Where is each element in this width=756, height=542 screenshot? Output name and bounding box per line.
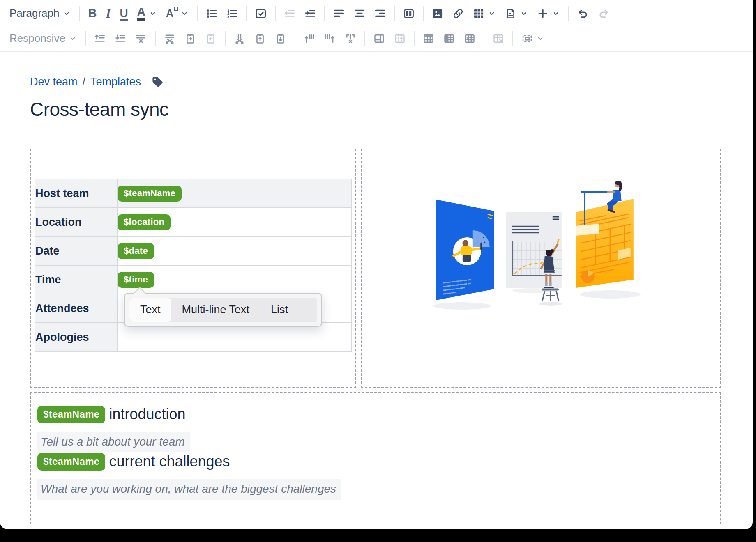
paste-row-button[interactable] — [201, 28, 221, 49]
cut-row-button[interactable] — [159, 28, 180, 49]
shadow — [579, 290, 640, 299]
introduction-heading-text[interactable]: introduction — [109, 405, 185, 423]
insert-table-button[interactable] — [468, 3, 500, 24]
popup-option-multiline-text[interactable]: Multi-line Text — [171, 298, 260, 322]
numbered-list-button[interactable] — [222, 3, 242, 24]
editor-toolbar: ParagraphBIUAA Responsive — [0, 0, 753, 52]
text-color-button[interactable]: A — [133, 3, 161, 24]
delete-column-button[interactable] — [340, 28, 361, 49]
indent-icon — [304, 8, 316, 19]
row-value-cell[interactable]: $teamName — [117, 179, 352, 208]
variable-badge-location[interactable]: $location — [118, 214, 171, 230]
numbered-column-button[interactable] — [459, 28, 480, 49]
task-list-button[interactable] — [251, 3, 271, 24]
variable-badge-time[interactable]: $time — [118, 272, 154, 288]
plus-icon — [537, 8, 549, 19]
underline-button-glyph: U — [120, 8, 128, 19]
row-label-cell[interactable]: Attendees — [35, 294, 117, 323]
layout-section-bottom[interactable]: $teamName introduction Tell us a bit abo… — [30, 392, 721, 524]
insert-row-before-button[interactable] — [90, 28, 110, 49]
row-label-cell[interactable]: Apologies — [35, 323, 117, 351]
row-label-cell[interactable]: Host team — [35, 179, 117, 208]
copy-row-button[interactable] — [180, 28, 201, 49]
row-label-cell[interactable]: Time — [35, 265, 117, 294]
toolbar-separator — [295, 31, 295, 46]
split-cells-button[interactable] — [390, 28, 410, 49]
label-tag-icon[interactable] — [152, 76, 164, 88]
row-value-cell[interactable]: $time — [117, 265, 352, 294]
row-value-cell[interactable]: $location — [117, 208, 352, 237]
insert-files-button[interactable] — [427, 3, 448, 24]
toolbar-separator — [79, 6, 80, 21]
row-value-cell[interactable] — [117, 323, 352, 351]
row-label-cell[interactable]: Location — [35, 208, 117, 237]
breadcrumb-dev-team[interactable]: Dev team — [30, 76, 78, 88]
insert-column-after-button[interactable] — [320, 28, 340, 49]
toolbar-separator — [155, 31, 156, 46]
underline-button[interactable]: U — [115, 3, 132, 24]
variable-badge-teamname[interactable]: $teamName — [37, 406, 105, 423]
align-right-button[interactable] — [370, 3, 390, 24]
page-title[interactable]: Cross-team sync — [30, 97, 721, 122]
breadcrumb-templates[interactable]: Templates — [90, 76, 141, 88]
image-icon — [432, 8, 443, 19]
toolbar-separator — [324, 6, 325, 21]
placeholder-text[interactable]: Tell us a bit about your team — [37, 432, 190, 452]
undo-button[interactable] — [573, 3, 593, 24]
header-row-icon — [423, 33, 434, 44]
toolbar-separator — [484, 31, 484, 46]
layout-cell-right[interactable] — [361, 149, 721, 388]
italic-button[interactable]: I — [101, 3, 115, 24]
variable-badge-teamname[interactable]: $teamName — [37, 453, 105, 471]
popup-option-list[interactable]: List — [260, 298, 299, 322]
chevron-down-icon — [180, 9, 189, 18]
align-right-icon — [374, 8, 386, 19]
advanced-format-button[interactable]: A — [161, 3, 193, 24]
collapse-button[interactable] — [517, 28, 549, 49]
insert-template-button[interactable] — [500, 3, 532, 24]
align-left-button[interactable] — [329, 3, 349, 24]
challenges-heading-text[interactable]: current challenges — [109, 452, 230, 471]
bold-button[interactable]: B — [83, 3, 101, 24]
toolbar-separator — [512, 31, 513, 46]
insert-column-before-button[interactable] — [299, 28, 320, 49]
insert-row-after-button[interactable] — [110, 28, 131, 49]
insert-link-button[interactable] — [448, 3, 468, 24]
merge-cells-button[interactable] — [369, 28, 390, 49]
chevron-down-icon — [488, 9, 496, 18]
delete-table-button[interactable] — [488, 28, 509, 49]
cut-column-button[interactable] — [229, 28, 250, 49]
popup-option-text[interactable]: Text — [129, 298, 171, 322]
chevron-down-icon — [62, 9, 71, 18]
table-width-mode-select-label: Responsive — [9, 32, 65, 45]
indent-button[interactable] — [300, 3, 320, 24]
header-column-button[interactable] — [439, 28, 459, 49]
redo-button[interactable] — [593, 3, 614, 24]
copy-column-button[interactable] — [250, 28, 270, 49]
variable-badge-date[interactable]: $date — [118, 243, 154, 259]
introduction-heading: $teamName introduction — [37, 405, 712, 423]
delete-row-button[interactable] — [131, 28, 151, 49]
bullet-list-button[interactable] — [201, 3, 222, 24]
table-width-mode-select[interactable]: Responsive — [5, 28, 81, 49]
table-row: Location $location — [35, 208, 352, 237]
paragraph-style-select[interactable]: Paragraph — [5, 3, 75, 24]
paste-column-button[interactable] — [270, 28, 291, 49]
layout-section-top: Host team $teamName Location $location D… — [30, 149, 721, 388]
page-layout-button[interactable] — [399, 3, 419, 24]
header-row-button[interactable] — [418, 28, 439, 49]
variable-badge-teamname[interactable]: $teamName — [118, 186, 182, 202]
teamwork-illustration[interactable] — [380, 149, 684, 338]
numbered-column-icon — [464, 33, 475, 44]
insert-more-button[interactable] — [532, 3, 565, 24]
delete-column-icon — [345, 33, 356, 44]
row-value-cell[interactable]: $date — [117, 237, 352, 265]
insert-column-after-icon — [324, 33, 336, 44]
row-label-cell[interactable]: Date — [35, 237, 117, 265]
outdent-button[interactable] — [279, 3, 300, 24]
italic-button-glyph: I — [106, 7, 111, 20]
toolbar-separator — [246, 6, 247, 21]
placeholder-text[interactable]: What are you working on, what are the bi… — [37, 479, 341, 500]
align-center-button[interactable] — [349, 3, 370, 24]
layout-cell-left[interactable]: Host team $teamName Location $location D… — [30, 149, 356, 388]
